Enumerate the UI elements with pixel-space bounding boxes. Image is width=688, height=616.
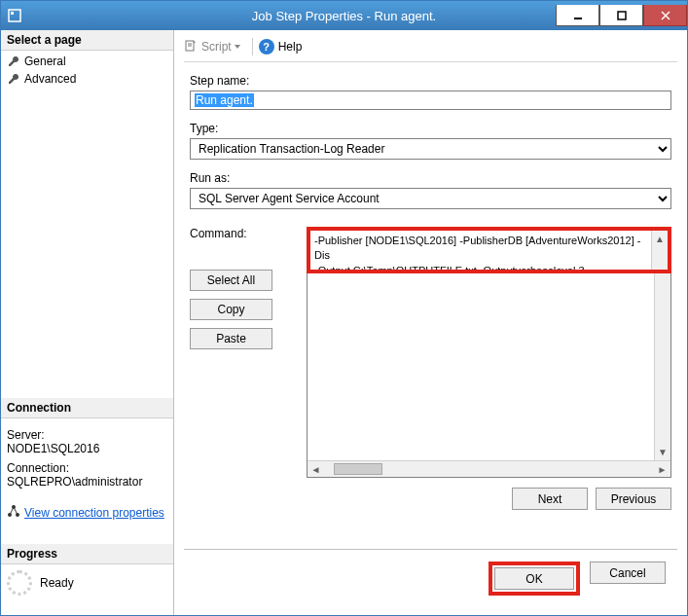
scroll-left-icon[interactable]: ◄ — [308, 461, 324, 477]
command-textarea[interactable]: -Publisher [NODE1\SQL2016] -PublisherDB … — [307, 227, 671, 273]
toolbar-separator — [252, 38, 253, 55]
network-icon — [7, 504, 20, 521]
select-all-button[interactable]: Select All — [190, 270, 272, 291]
scroll-thumb[interactable] — [334, 463, 382, 475]
ok-button[interactable]: OK — [494, 567, 574, 590]
view-connection-properties[interactable]: View connection properties — [1, 500, 173, 525]
svg-rect-1 — [11, 12, 14, 15]
progress-status: Ready — [40, 576, 74, 590]
previous-button[interactable]: Previous — [596, 488, 671, 510]
scroll-right-icon[interactable]: ► — [654, 461, 670, 477]
nav-general[interactable]: General — [1, 53, 173, 70]
wrench-icon — [7, 72, 20, 86]
connection-label: Connection: — [7, 461, 167, 475]
runas-select[interactable]: SQL Server Agent Service Account — [190, 188, 671, 209]
svg-rect-3 — [618, 12, 626, 19]
stepname-value: Run agent. — [195, 93, 254, 107]
help-label: Help — [278, 40, 303, 54]
svg-line-5 — [662, 12, 670, 19]
server-value: NODE1\SQL2016 — [7, 442, 167, 455]
title-bar: Job Step Properties - Run agent. — [1, 1, 687, 30]
nav-label: Advanced — [24, 72, 76, 86]
command-label: Command: — [190, 227, 307, 240]
toolbar: Script ? Help — [184, 36, 677, 62]
next-button[interactable]: Next — [512, 488, 588, 510]
system-icon — [7, 8, 22, 23]
scrollbar-vertical[interactable]: ▲ — [651, 231, 668, 270]
type-select[interactable]: Replication Transaction-Log Reader — [190, 138, 671, 160]
cancel-button[interactable]: Cancel — [590, 562, 666, 584]
scroll-up-icon[interactable]: ▲ — [652, 231, 668, 247]
wrench-icon — [7, 54, 20, 68]
stepname-label: Step name: — [190, 74, 671, 88]
ok-highlight: OK — [489, 562, 580, 596]
connection-value: SQLREPRO\administrator — [7, 475, 167, 489]
nav-label: General — [24, 54, 66, 68]
command-textarea-body[interactable]: ▼ ◄ ► — [307, 273, 671, 478]
script-icon — [184, 39, 198, 55]
chevron-down-icon — [235, 45, 240, 49]
dialog-footer: OK Cancel — [184, 549, 677, 607]
type-label: Type: — [190, 122, 671, 135]
connection-header: Connection — [1, 398, 173, 418]
svg-line-4 — [662, 12, 670, 19]
select-page-header: Select a page — [1, 30, 173, 51]
server-label: Server: — [7, 428, 167, 442]
copy-button[interactable]: Copy — [190, 299, 272, 320]
scrollbar-horizontal[interactable]: ◄ ► — [308, 460, 670, 477]
command-line-1: -Publisher [NODE1\SQL2016] -PublisherDB … — [314, 234, 650, 264]
scroll-down-icon[interactable]: ▼ — [655, 444, 670, 460]
runas-label: Run as: — [190, 171, 671, 185]
left-pane: Select a page General Advanced Connectio… — [1, 30, 174, 615]
nav-advanced[interactable]: Advanced — [1, 70, 173, 88]
paste-button[interactable]: Paste — [190, 328, 272, 349]
help-button[interactable]: ? Help — [259, 39, 303, 54]
minimize-button[interactable] — [556, 5, 599, 26]
maximize-button[interactable] — [599, 5, 643, 26]
progress-spinner-icon — [7, 570, 32, 596]
command-line-2: -Output C:\Temp\OUTPUTFILE.txt -Outputve… — [314, 264, 650, 273]
stepname-input[interactable]: Run agent. — [190, 91, 671, 110]
close-button[interactable] — [643, 5, 687, 26]
right-pane: Script ? Help Step name: Run agent. Type… — [174, 30, 687, 615]
svg-rect-0 — [9, 10, 20, 21]
view-connection-link[interactable]: View connection properties — [24, 506, 164, 520]
progress-header: Progress — [1, 544, 173, 564]
script-button[interactable]: Script — [184, 39, 240, 55]
script-label: Script — [201, 40, 232, 54]
scrollbar-vertical[interactable]: ▼ — [654, 273, 670, 460]
help-icon: ? — [259, 39, 274, 54]
